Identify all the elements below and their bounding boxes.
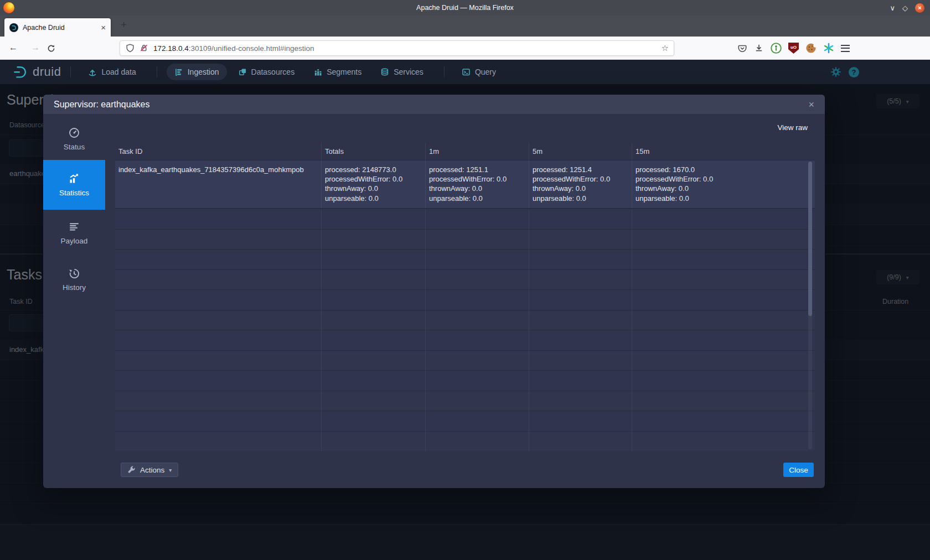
empty-table-rows: [115, 209, 815, 451]
table-scrollbar[interactable]: [808, 162, 812, 449]
asterisk-extension-icon[interactable]: [823, 43, 834, 54]
browser-toolbar: ← → 172.18.0.4:30109/unified-console.htm…: [0, 37, 930, 60]
1m-cell: processed: 1251.1 processedWithError: 0.…: [425, 160, 529, 208]
table-row: index_kafka_earthquakes_7184357396d6c0a_…: [115, 160, 815, 209]
window-minimize-icon[interactable]: ∨: [890, 4, 895, 12]
payload-align-left-icon: [68, 221, 80, 233]
nav-right-controls: ?: [830, 66, 859, 77]
privacy-extension-icon[interactable]: [771, 43, 782, 54]
druid-navbar: druid Load data Ingestion Datasources Se…: [0, 60, 930, 84]
browser-tab-apache-druid[interactable]: Apache Druid ×: [4, 18, 111, 37]
help-icon[interactable]: ?: [849, 67, 859, 77]
nav-label: Datasources: [251, 68, 295, 76]
load-data-icon: [88, 68, 97, 76]
druid-logo-icon: [12, 64, 29, 80]
column-header-totals: Totals: [321, 143, 425, 160]
nav-label: Services: [394, 68, 423, 76]
actions-label: Actions: [140, 466, 164, 474]
url-text: 172.18.0.4:30109/unified-console.html#in…: [153, 44, 662, 53]
supervisor-dialog: Supervisor: earthquakes × Status Statist…: [43, 95, 825, 488]
nav-item-load-data[interactable]: Load data: [80, 64, 143, 80]
tab-label: Status: [64, 143, 85, 151]
dialog-body: View raw Task ID Totals 1m 5m 15m index_…: [105, 114, 825, 488]
toolbar-extensions: uO: [737, 40, 850, 56]
druid-favicon-icon: [9, 23, 18, 32]
close-label: Close: [789, 466, 808, 474]
tab-label: Payload: [61, 237, 88, 245]
nav-separator: [157, 66, 157, 77]
bookmark-star-icon[interactable]: ☆: [662, 43, 669, 53]
tab-history[interactable]: History: [43, 256, 105, 303]
url-path: :30109/unified-console.html#ingestion: [189, 44, 314, 53]
insecure-lock-icon[interactable]: [139, 43, 149, 53]
tab-status[interactable]: Status: [43, 118, 105, 160]
window-close-button[interactable]: ×: [915, 3, 924, 13]
window-maximize-icon[interactable]: ◇: [902, 4, 908, 12]
services-icon: [380, 68, 389, 76]
dialog-close-icon[interactable]: ×: [808, 100, 814, 110]
nav-item-segments[interactable]: Segments: [306, 64, 369, 80]
5m-cell: processed: 1251.4 processedWithError: 0.…: [529, 160, 632, 208]
forward-button[interactable]: →: [31, 43, 40, 53]
actions-button[interactable]: Actions ▾: [121, 463, 178, 477]
nav-label: Segments: [327, 68, 361, 76]
window-title: Apache Druid — Mozilla Firefox: [0, 4, 930, 12]
tab-payload[interactable]: Payload: [43, 210, 105, 256]
downloads-icon[interactable]: [754, 43, 764, 53]
tab-statistics[interactable]: Statistics: [43, 160, 105, 210]
tab-close-icon[interactable]: ×: [101, 23, 106, 32]
pocket-icon[interactable]: [737, 43, 747, 53]
nav-item-datasources[interactable]: Datasources: [230, 64, 303, 80]
column-header-1m: 1m: [425, 143, 529, 160]
window-controls: ∨ ◇ ×: [890, 0, 924, 15]
column-header-15m: 15m: [632, 143, 815, 160]
wrench-icon: [127, 466, 136, 474]
tab-title: Apache Druid: [23, 24, 101, 32]
view-raw-link[interactable]: View raw: [777, 123, 808, 132]
15m-cell: processed: 1670.0 processedWithError: 0.…: [632, 160, 815, 208]
segments-icon: [313, 68, 322, 76]
nav-separator: [444, 66, 445, 77]
menu-hamburger-icon[interactable]: [841, 45, 850, 52]
new-tab-button[interactable]: +: [121, 19, 127, 31]
tab-label: Statistics: [59, 189, 89, 197]
tab-label: History: [63, 283, 86, 292]
nav-label: Query: [475, 68, 496, 76]
ingestion-icon: [174, 68, 183, 76]
dialog-header: Supervisor: earthquakes ×: [43, 95, 825, 114]
statistics-table: Task ID Totals 1m 5m 15m index_kafka_ear…: [115, 143, 815, 451]
settings-gear-icon[interactable]: [830, 66, 841, 77]
totals-cell: processed: 2148773.0 processedWithError:…: [321, 160, 425, 208]
statistics-chart-icon: [68, 173, 80, 185]
url-host: 172.18.0.4: [153, 44, 189, 53]
firefox-logo-icon: [3, 2, 14, 13]
close-x-glyph: ×: [918, 5, 921, 11]
table-header-row: Task ID Totals 1m 5m 15m: [115, 143, 815, 160]
nav-label: Load data: [101, 68, 136, 76]
task-id-cell: index_kafka_earthquakes_7184357396d6c0a_…: [115, 160, 321, 208]
browser-tabbar: Apache Druid × +: [0, 15, 930, 37]
window-titlebar: Apache Druid — Mozilla Firefox ∨ ◇ ×: [0, 0, 930, 15]
caret-down-icon: ▾: [169, 467, 172, 473]
druid-brand: druid: [12, 64, 61, 80]
ublock-origin-icon[interactable]: uO: [788, 43, 799, 54]
dialog-title: Supervisor: earthquakes: [54, 100, 149, 110]
nav-item-query[interactable]: Query: [454, 64, 504, 80]
nav-separator: [70, 66, 71, 77]
datasources-icon: [238, 68, 247, 76]
cookie-extension-icon[interactable]: [805, 43, 817, 54]
tracking-protection-shield-icon[interactable]: [125, 43, 135, 53]
nav-item-services[interactable]: Services: [373, 64, 431, 80]
column-header-5m: 5m: [529, 143, 632, 160]
reload-button[interactable]: [46, 44, 56, 53]
scrollbar-thumb[interactable]: [808, 162, 812, 316]
url-bar[interactable]: 172.18.0.4:30109/unified-console.html#in…: [120, 40, 674, 56]
close-button[interactable]: Close: [783, 463, 814, 477]
history-clock-icon: [68, 267, 80, 279]
status-gauge-icon: [68, 127, 80, 139]
druid-brand-text: druid: [33, 65, 61, 79]
nav-item-ingestion[interactable]: Ingestion: [167, 64, 227, 80]
column-header-task-id: Task ID: [115, 143, 321, 160]
nav-label: Ingestion: [188, 68, 219, 76]
back-button[interactable]: ←: [9, 43, 18, 53]
